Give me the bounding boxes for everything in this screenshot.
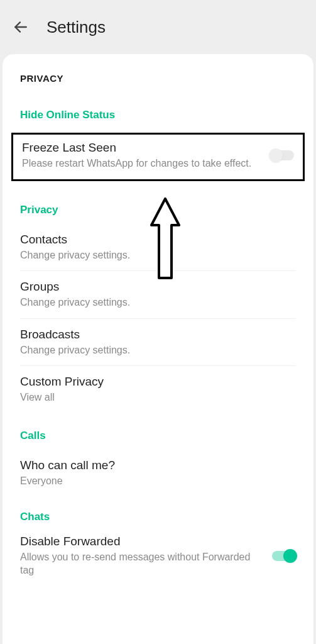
page-heading-privacy: PRIVACY [20, 73, 296, 84]
setting-contacts[interactable]: Contacts Change privacy settings. [20, 224, 296, 271]
contacts-sub: Change privacy settings. [20, 248, 296, 262]
setting-who-can-call[interactable]: Who can call me? Everyone [20, 450, 296, 497]
freeze-last-seen-highlight: Freeze Last Seen Please restart WhatsApp… [11, 133, 305, 181]
section-heading-chats: Chats [20, 511, 296, 523]
freeze-last-seen-sub: Please restart WhatsApp for changes to t… [22, 157, 263, 170]
groups-title: Groups [20, 280, 296, 294]
freeze-last-seen-toggle[interactable] [270, 150, 294, 160]
setting-broadcasts[interactable]: Broadcasts Change privacy settings. [20, 319, 296, 366]
disable-forwarded-toggle[interactable] [272, 551, 296, 561]
disable-forwarded-sub: Allows you to re-send messages without F… [20, 550, 264, 577]
section-heading-hide-online: Hide Online Status [20, 109, 296, 121]
who-can-call-title: Who can call me? [20, 458, 296, 472]
setting-freeze-last-seen[interactable]: Freeze Last Seen Please restart WhatsApp… [22, 141, 294, 170]
contacts-title: Contacts [20, 233, 296, 247]
app-header: Settings [0, 0, 316, 54]
back-arrow-icon[interactable] [13, 19, 29, 35]
who-can-call-sub: Everyone [20, 474, 296, 488]
groups-sub: Change privacy settings. [20, 296, 296, 309]
custom-privacy-title: Custom Privacy [20, 375, 296, 389]
section-heading-privacy: Privacy [20, 204, 296, 216]
custom-privacy-sub: View all [20, 391, 296, 404]
setting-disable-forwarded[interactable]: Disable Forwarded Allows you to re-send … [20, 531, 296, 586]
freeze-last-seen-title: Freeze Last Seen [22, 141, 263, 155]
page-title: Settings [46, 18, 106, 37]
broadcasts-title: Broadcasts [20, 328, 296, 341]
section-heading-calls: Calls [20, 430, 296, 442]
disable-forwarded-title: Disable Forwarded [20, 535, 264, 548]
setting-groups[interactable]: Groups Change privacy settings. [20, 271, 296, 318]
setting-custom-privacy[interactable]: Custom Privacy View all [20, 366, 296, 413]
broadcasts-sub: Change privacy settings. [20, 343, 296, 357]
settings-card: PRIVACY Hide Online Status Freeze Last S… [3, 54, 313, 644]
